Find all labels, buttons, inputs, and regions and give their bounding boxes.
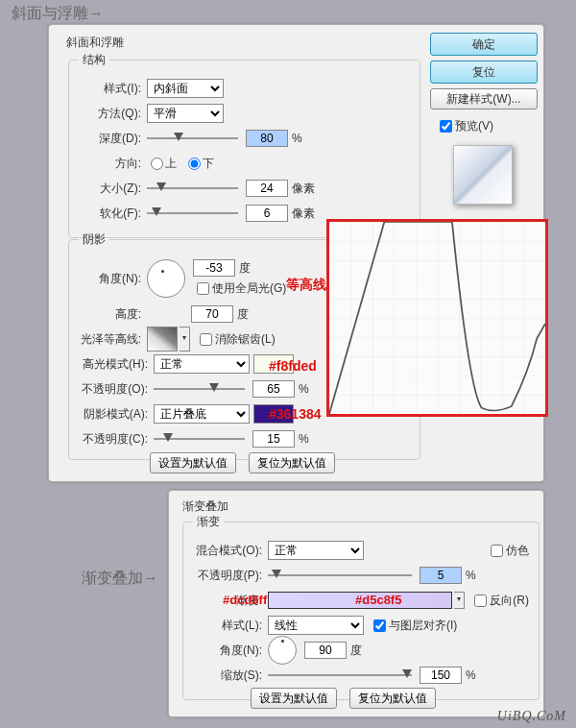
direction-label: 方向: xyxy=(79,156,141,172)
grad-color2-note: #d5c8f5 xyxy=(355,593,401,607)
gradient-heading: 渐变叠加 xyxy=(182,498,228,515)
angle-wheel[interactable] xyxy=(147,259,185,298)
size-unit: 像素 xyxy=(292,181,315,197)
technique-select[interactable]: 平滑 xyxy=(147,104,224,123)
shadow-opacity-input[interactable] xyxy=(252,430,295,448)
angle-label: 角度(N): xyxy=(79,271,141,287)
style-select[interactable]: 内斜面 xyxy=(147,79,224,98)
shadow-color-note: #361384 xyxy=(269,406,322,422)
dither-label: 仿色 xyxy=(506,543,529,559)
gloss-contour-dropdown[interactable]: ▾ xyxy=(180,327,190,352)
shadow-mode-select[interactable]: 正片叠底 xyxy=(154,404,250,424)
dir-up-radio[interactable] xyxy=(151,158,163,170)
structure-group: 结构 样式(I):内斜面 方法(Q):平滑 深度(D):% 方向:上下 大小(Z… xyxy=(68,52,420,238)
highlight-color-note: #f8fded xyxy=(269,358,317,374)
opacity-slider[interactable] xyxy=(268,569,412,582)
gradient-dropdown[interactable]: ▾ xyxy=(454,592,465,609)
preview-checkbox[interactable] xyxy=(440,120,452,133)
cancel-button[interactable]: 复位 xyxy=(430,61,538,84)
opacity-unit: % xyxy=(466,569,476,582)
antialias-label: 消除锯齿(L) xyxy=(215,331,276,348)
altitude-label: 高度: xyxy=(79,306,141,323)
soften-label: 软化(F): xyxy=(79,206,141,222)
scale-input[interactable] xyxy=(420,667,462,684)
opacity-input[interactable] xyxy=(420,567,462,584)
highlight-mode-label: 高光模式(H): xyxy=(79,356,148,373)
shadow-opacity-unit: % xyxy=(299,432,309,446)
highlight-mode-select[interactable]: 正常 xyxy=(154,354,250,374)
structure-legend: 结构 xyxy=(79,52,109,68)
preview-label: 预览(V) xyxy=(455,119,493,133)
altitude-input[interactable] xyxy=(191,305,233,323)
size-label: 大小(Z): xyxy=(79,181,141,197)
gradient-title-label: 渐变叠加→ xyxy=(82,569,158,589)
scale-slider[interactable] xyxy=(268,668,412,682)
preview-thumbnail xyxy=(453,145,513,205)
global-light-label: 使用全局光(G) xyxy=(212,281,286,295)
gradient-group: 渐变 混合模式(O):正常仿色 不透明度(P):% 渐变:▾反向(R) 样式(L… xyxy=(182,514,540,700)
align-label: 与图层对齐(I) xyxy=(389,618,457,634)
shadow-mode-label: 阴影模式(A): xyxy=(79,406,148,423)
reverse-checkbox[interactable] xyxy=(474,595,487,607)
highlight-opacity-label: 不透明度(O): xyxy=(79,381,148,398)
blend-mode-select[interactable]: 正常 xyxy=(268,541,364,560)
grad-angle-label: 角度(N): xyxy=(193,643,262,659)
antialias-checkbox[interactable] xyxy=(200,333,212,346)
gradient-legend: 渐变 xyxy=(193,514,224,530)
soften-input[interactable] xyxy=(246,205,288,222)
new-style-button[interactable]: 新建样式(W)... xyxy=(430,88,538,109)
depth-label: 深度(D): xyxy=(79,131,141,147)
shadow-opacity-slider[interactable] xyxy=(154,432,245,446)
gloss-contour-picker[interactable] xyxy=(147,327,178,352)
grad-color1-note: #dcd6ff xyxy=(223,593,267,607)
highlight-opacity-slider[interactable] xyxy=(154,382,245,396)
depth-input[interactable] xyxy=(246,130,288,147)
reset-default-button[interactable]: 复位为默认值 xyxy=(249,452,335,473)
altitude-unit: 度 xyxy=(237,306,249,323)
side-panel: 确定 复位 新建样式(W)... 预览(V) xyxy=(430,33,536,205)
scale-unit: % xyxy=(466,668,476,682)
dir-up-label: 上 xyxy=(165,156,177,172)
shading-legend: 阴影 xyxy=(79,231,109,248)
grad-style-select[interactable]: 线性 xyxy=(268,616,364,635)
opacity-label: 不透明度(P): xyxy=(193,568,262,584)
scale-label: 缩放(S): xyxy=(193,667,262,684)
soften-unit: 像素 xyxy=(292,206,315,222)
highlight-opacity-input[interactable] xyxy=(252,380,295,398)
shadow-opacity-label: 不透明度(C): xyxy=(79,431,148,448)
global-light-checkbox[interactable] xyxy=(197,282,209,295)
highlight-opacity-unit: % xyxy=(299,382,309,396)
watermark: UiBQ.CoM xyxy=(497,709,566,724)
gloss-contour-label: 光泽等高线: xyxy=(79,331,141,348)
dir-down-radio[interactable] xyxy=(188,158,201,170)
grad-reset-default-button[interactable]: 复位为默认值 xyxy=(349,688,436,709)
size-input[interactable] xyxy=(246,180,288,197)
angle-input[interactable] xyxy=(193,259,235,277)
technique-label: 方法(Q): xyxy=(79,106,141,122)
grad-angle-wheel[interactable] xyxy=(268,636,297,665)
bevel-heading: 斜面和浮雕 xyxy=(66,35,124,51)
angle-unit: 度 xyxy=(239,261,251,275)
contour-curve-preview xyxy=(326,219,548,417)
grad-set-default-button[interactable]: 设置为默认值 xyxy=(251,688,337,709)
depth-unit: % xyxy=(292,132,302,145)
grad-angle-unit: 度 xyxy=(350,643,362,659)
dir-down-label: 下 xyxy=(203,156,214,172)
grad-angle-input[interactable] xyxy=(304,642,347,659)
size-slider[interactable] xyxy=(147,182,238,195)
soften-slider[interactable] xyxy=(147,206,238,220)
set-default-button[interactable]: 设置为默认值 xyxy=(150,452,236,473)
blend-mode-label: 混合模式(O): xyxy=(193,543,262,559)
grad-style-label: 样式(L): xyxy=(193,618,262,634)
dither-checkbox[interactable] xyxy=(491,545,503,557)
bevel-title-label: 斜面与浮雕→ xyxy=(12,4,104,24)
style-label: 样式(I): xyxy=(79,81,141,97)
reverse-label: 反向(R) xyxy=(490,593,529,609)
ok-button[interactable]: 确定 xyxy=(430,33,538,56)
align-checkbox[interactable] xyxy=(373,619,386,632)
depth-slider[interactable] xyxy=(147,132,238,145)
svg-rect-0 xyxy=(329,222,545,414)
